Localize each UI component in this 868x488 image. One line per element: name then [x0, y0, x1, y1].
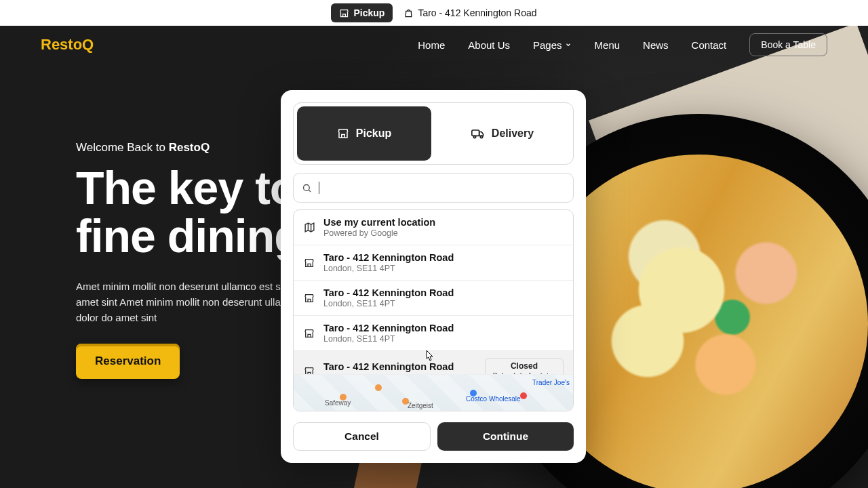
result-sub: London, SE11 4PT: [323, 299, 564, 308]
topbar-location[interactable]: Taro - 412 Kennington Road: [403, 7, 536, 18]
truck-icon: [471, 127, 485, 140]
nav-about[interactable]: About Us: [468, 39, 510, 51]
nav-home[interactable]: Home: [418, 39, 445, 51]
use-current-location[interactable]: Use my current location Powered by Googl…: [294, 210, 573, 245]
location-search[interactable]: [293, 173, 574, 203]
nav-pages-label: Pages: [533, 39, 562, 51]
use-location-sub: Powered by Google: [323, 228, 564, 238]
global-topbar: Pickup Taro - 412 Kennington Road: [0, 0, 868, 26]
welcome-brand: RestoQ: [169, 141, 210, 154]
use-location-title: Use my current location: [323, 217, 564, 228]
text-cursor: [319, 182, 319, 194]
reservation-button[interactable]: Reservation: [76, 344, 180, 379]
store-icon: [303, 258, 315, 268]
result-sub: London, SE11 4PT: [323, 334, 564, 344]
continue-button[interactable]: Continue: [437, 422, 574, 451]
location-modal: Pickup Delivery: [281, 90, 586, 463]
svg-point-3: [304, 184, 310, 190]
nav-links: Home About Us Pages Menu News Contact Bo…: [418, 33, 827, 56]
location-result[interactable]: Taro - 412 Kennington RoadLondon, SE11 4…: [294, 350, 573, 374]
modal-actions: Cancel Continue: [293, 422, 574, 451]
svg-rect-0: [472, 130, 479, 136]
store-icon: [337, 127, 349, 140]
location-result[interactable]: Taro - 412 Kennington RoadLondon, SE11 4…: [294, 315, 573, 350]
nav-pages[interactable]: Pages: [533, 39, 572, 51]
cancel-button[interactable]: Cancel: [293, 422, 431, 451]
closed-badge: ClosedSchedule for later: [485, 358, 564, 374]
svg-point-1: [473, 136, 475, 138]
store-icon: [339, 8, 349, 18]
result-title: Taro - 412 Kennington Road: [323, 252, 564, 263]
tab-delivery[interactable]: Delivery: [435, 106, 570, 161]
nav-menu[interactable]: Menu: [595, 39, 620, 51]
badge-top: Closed: [492, 361, 556, 371]
map-label-zeitgeist: Zeitgeist: [408, 402, 433, 409]
location-result[interactable]: Taro - 412 Kennington RoadLondon, SE11 4…: [294, 245, 573, 280]
book-table-button[interactable]: Book a Table: [749, 33, 827, 56]
topbar-pickup-label: Pickup: [353, 7, 384, 18]
order-type-tabs: Pickup Delivery: [293, 102, 574, 165]
result-title: Taro - 412 Kennington Road: [323, 287, 564, 298]
map-pin: [520, 392, 527, 399]
topbar-location-text: Taro - 412 Kennington Road: [418, 7, 536, 18]
topbar-pickup-chip[interactable]: Pickup: [331, 3, 393, 22]
result-sub: London, SE11 4PT: [323, 264, 564, 273]
store-icon: [303, 366, 315, 374]
map-icon: [303, 222, 315, 233]
map-label-safeway: Safeway: [325, 399, 351, 407]
bag-icon: [403, 8, 414, 18]
svg-point-2: [480, 136, 482, 138]
tab-delivery-label: Delivery: [492, 127, 534, 140]
result-title: Taro - 412 Kennington Road: [323, 361, 477, 372]
map-label-costco: Costco Wholesale: [466, 395, 521, 403]
main-nav: RestoQ Home About Us Pages Menu News Con…: [0, 26, 868, 64]
nav-contact[interactable]: Contact: [692, 39, 727, 51]
map-preview[interactable]: Safeway Zeitgeist Costco Wholesale Trade…: [294, 374, 573, 411]
result-title: Taro - 412 Kennington Road: [323, 323, 564, 333]
tab-pickup[interactable]: Pickup: [297, 106, 431, 161]
location-result[interactable]: Taro - 412 Kennington RoadLondon, SE11 4…: [294, 280, 573, 315]
map-label-trader: Trader Joe's: [532, 379, 570, 386]
logo[interactable]: RestoQ: [41, 36, 94, 54]
tab-pickup-label: Pickup: [356, 127, 391, 140]
store-icon: [303, 293, 315, 304]
search-input[interactable]: [326, 182, 565, 194]
search-icon: [302, 183, 312, 193]
nav-news[interactable]: News: [643, 39, 669, 51]
welcome-pre: Welcome Back to: [76, 141, 169, 154]
hero-section: RestoQ Home About Us Pages Menu News Con…: [0, 26, 868, 488]
map-pin: [375, 384, 382, 391]
chevron-down-icon: [565, 41, 572, 48]
location-dropdown: Use my current location Powered by Googl…: [293, 209, 574, 411]
store-icon: [303, 328, 315, 339]
dropdown-scroll[interactable]: Use my current location Powered by Googl…: [294, 210, 573, 374]
